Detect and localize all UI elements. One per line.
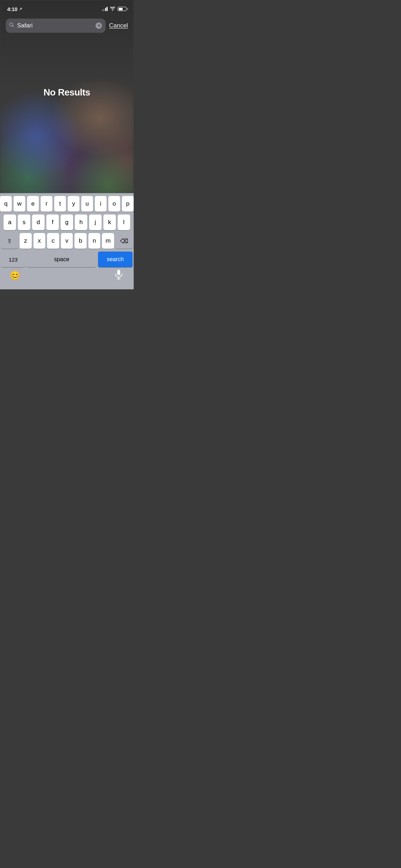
key-t[interactable]: t	[54, 196, 66, 212]
key-s[interactable]: s	[18, 215, 30, 230]
status-bar: 4:10 ↗	[0, 0, 134, 16]
location-icon: ↗	[19, 7, 22, 11]
key-a[interactable]: a	[4, 215, 16, 230]
status-icons	[102, 6, 127, 12]
key-c[interactable]: c	[47, 233, 59, 249]
svg-rect-1	[117, 270, 120, 275]
emoji-button[interactable]: 😊	[8, 269, 22, 282]
time-display: 4:10	[7, 6, 17, 12]
battery-icon	[118, 7, 127, 11]
search-icon	[9, 22, 14, 29]
key-n[interactable]: n	[88, 233, 101, 249]
key-b[interactable]: b	[74, 233, 87, 249]
key-d[interactable]: d	[32, 215, 45, 230]
key-v[interactable]: v	[61, 233, 73, 249]
microphone-button[interactable]	[112, 269, 125, 282]
space-key[interactable]: space	[27, 252, 96, 267]
key-x[interactable]: x	[34, 233, 46, 249]
keyboard-row-4: 123 space search	[1, 252, 133, 267]
clear-icon: ✕	[97, 24, 101, 28]
wifi-icon	[110, 6, 115, 12]
key-g[interactable]: g	[61, 215, 73, 230]
no-results-text: No Results	[43, 87, 90, 98]
keyboard-row-2: a s d f g h j k l	[1, 215, 133, 230]
signal-icon	[102, 7, 108, 11]
no-results-area: No Results	[0, 37, 134, 148]
search-area: Safari ✕ Cancel	[0, 16, 134, 37]
key-o[interactable]: o	[108, 196, 120, 212]
key-e[interactable]: e	[27, 196, 39, 212]
key-j[interactable]: j	[89, 215, 102, 230]
key-f[interactable]: f	[46, 215, 59, 230]
backspace-key[interactable]: ⌫	[116, 233, 133, 249]
shift-icon: ⇧	[7, 238, 12, 244]
key-z[interactable]: z	[20, 233, 32, 249]
keyboard[interactable]: q w e r t y u i o p a s d f g h j k l ⇧ …	[0, 193, 134, 289]
key-q[interactable]: q	[0, 196, 12, 212]
status-time: 4:10 ↗	[7, 6, 22, 12]
search-key[interactable]: search	[98, 252, 133, 267]
key-h[interactable]: h	[75, 215, 87, 230]
clear-button[interactable]: ✕	[96, 22, 102, 29]
key-l[interactable]: l	[118, 215, 130, 230]
key-w[interactable]: w	[14, 196, 25, 212]
search-bar[interactable]: Safari ✕	[6, 19, 106, 33]
key-u[interactable]: u	[81, 196, 93, 212]
emoji-icon: 😊	[10, 270, 20, 280]
keyboard-row-1: q w e r t y u i o p	[1, 196, 133, 212]
backspace-icon: ⌫	[120, 238, 128, 244]
key-y[interactable]: y	[68, 196, 79, 212]
key-m[interactable]: m	[102, 233, 114, 249]
numbers-key[interactable]: 123	[1, 252, 25, 267]
search-input[interactable]: Safari	[17, 22, 93, 29]
key-p[interactable]: p	[122, 196, 134, 212]
cancel-button[interactable]: Cancel	[109, 22, 128, 29]
shift-key[interactable]: ⇧	[1, 233, 18, 249]
key-k[interactable]: k	[103, 215, 116, 230]
keyboard-row-3: ⇧ z x c v b n m ⌫	[1, 233, 133, 249]
key-r[interactable]: r	[41, 196, 52, 212]
bottom-bar: 😊	[1, 270, 133, 289]
key-i[interactable]: i	[95, 196, 107, 212]
microphone-icon	[115, 269, 123, 281]
